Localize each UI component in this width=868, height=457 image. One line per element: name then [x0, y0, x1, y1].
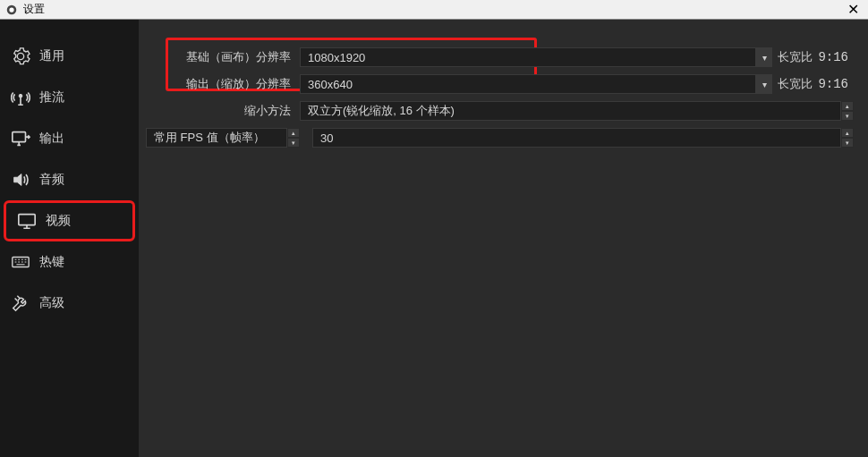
sidebar-item-label: 音频: [39, 172, 64, 188]
svg-rect-3: [13, 132, 26, 142]
content-panel: 基础（画布）分辨率 1080x1920 ▾ 长宽比 9:16 输出（缩放）分辨率…: [139, 20, 868, 457]
scale-method-value: 双立方(锐化缩放, 16 个样本): [308, 103, 455, 119]
sidebar-item-label: 热键: [39, 254, 64, 270]
output-resolution-combo[interactable]: 360x640: [300, 74, 756, 94]
antenna-icon: [11, 88, 30, 107]
chevron-up-icon[interactable]: ▴: [841, 128, 854, 138]
sidebar: 通用 推流 输出 音频: [0, 20, 139, 457]
close-button[interactable]: ✕: [844, 1, 863, 18]
monitor-arrow-icon: [11, 129, 30, 148]
aspect-value-base: 9:16: [818, 50, 854, 64]
app-icon: [5, 4, 18, 16]
base-resolution-label: 基础（画布）分辨率: [139, 49, 300, 65]
sidebar-item-video[interactable]: 视频: [4, 200, 135, 241]
dropdown-icon[interactable]: ▾: [756, 74, 772, 94]
sidebar-item-output[interactable]: 输出: [0, 118, 139, 159]
chevron-up-icon[interactable]: ▴: [287, 128, 300, 138]
aspect-label: 长宽比: [772, 76, 818, 92]
fps-value: 30: [320, 131, 333, 145]
window-title: 设置: [23, 2, 45, 17]
sidebar-item-advanced[interactable]: 高级: [0, 283, 139, 324]
aspect-label: 长宽比: [772, 49, 818, 65]
base-resolution-combo[interactable]: 1080x1920: [300, 47, 756, 67]
gear-icon: [11, 47, 30, 66]
fps-type-spinner[interactable]: ▴ ▾: [287, 128, 300, 148]
sidebar-item-label: 高级: [39, 295, 64, 311]
svg-point-2: [19, 94, 22, 97]
chevron-down-icon[interactable]: ▾: [841, 111, 854, 121]
speaker-icon: [11, 170, 30, 190]
titlebar-left: 设置: [5, 2, 45, 17]
chevron-down-icon[interactable]: ▾: [287, 138, 300, 148]
monitor-icon: [17, 211, 37, 231]
output-resolution-label: 输出（缩放）分辨率: [139, 76, 300, 92]
sidebar-item-stream[interactable]: 推流: [0, 77, 139, 118]
tools-icon: [11, 293, 30, 313]
sidebar-item-label: 通用: [39, 48, 64, 64]
chevron-up-icon[interactable]: ▴: [841, 101, 854, 111]
scale-method-combo[interactable]: 双立方(锐化缩放, 16 个样本): [300, 101, 841, 121]
dropdown-icon[interactable]: ▾: [756, 47, 772, 67]
sidebar-item-label: 视频: [46, 213, 71, 229]
fps-type-label: 常用 FPS 值（帧率）: [154, 130, 265, 146]
sidebar-item-general[interactable]: 通用: [0, 36, 139, 77]
sidebar-item-label: 输出: [39, 131, 64, 147]
aspect-value-output: 9:16: [818, 77, 854, 91]
fps-value-combo[interactable]: 30: [312, 128, 841, 148]
fps-type-combo[interactable]: 常用 FPS 值（帧率）: [146, 128, 287, 148]
sidebar-item-label: 推流: [39, 89, 64, 106]
base-resolution-value: 1080x1920: [308, 51, 365, 64]
chevron-down-icon[interactable]: ▾: [841, 138, 854, 148]
scale-method-label: 缩小方法: [139, 103, 300, 119]
sidebar-item-hotkeys[interactable]: 热键: [0, 241, 139, 283]
fps-value-spinner[interactable]: ▴ ▾: [841, 128, 854, 148]
scale-method-spinner[interactable]: ▴ ▾: [841, 101, 854, 121]
svg-rect-4: [19, 215, 35, 225]
output-resolution-value: 360x640: [308, 78, 353, 91]
keyboard-icon: [11, 252, 30, 272]
sidebar-item-audio[interactable]: 音频: [0, 159, 139, 200]
svg-point-1: [9, 7, 13, 12]
titlebar: 设置 ✕: [0, 0, 868, 20]
